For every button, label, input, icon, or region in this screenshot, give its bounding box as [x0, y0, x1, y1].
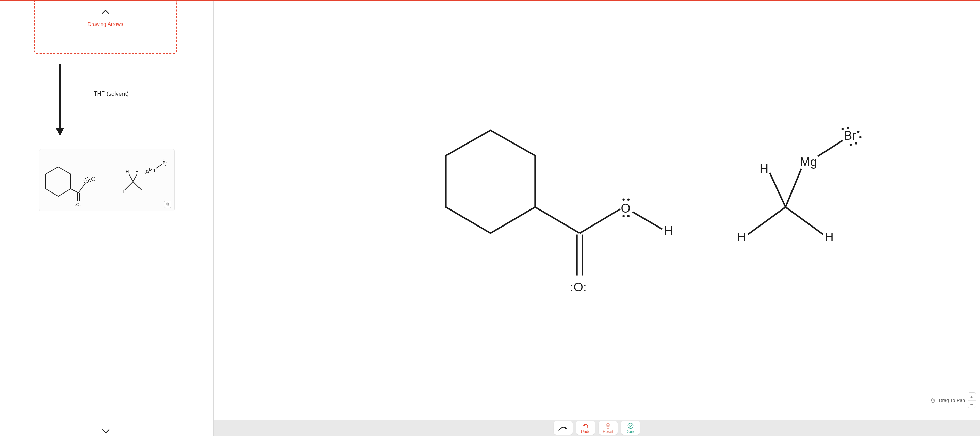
svg-line-47 — [818, 141, 843, 156]
svg-line-16 — [133, 182, 142, 190]
bromine-label: Br — [163, 160, 167, 165]
zoom-structure-button[interactable] — [164, 201, 172, 208]
solvent-label: THF (solvent) — [94, 90, 129, 97]
hydrogen-label: H — [737, 230, 746, 244]
svg-point-26 — [169, 163, 169, 163]
svg-line-44 — [786, 207, 824, 235]
svg-line-34 — [535, 207, 580, 233]
curved-arrow-tool-button[interactable]: + — [554, 421, 573, 434]
canvas-toolbar: + Undo — [214, 420, 980, 436]
svg-line-3 — [71, 189, 78, 193]
hydrogen-label: H — [121, 189, 124, 194]
hydrogen-label: H — [824, 230, 833, 244]
app-container: Drawing Arrows THF (solvent) — [0, 2, 980, 436]
hydrogen-label: H — [126, 169, 129, 174]
canvas-structures: O H :O: H — [214, 2, 980, 420]
svg-line-22 — [156, 164, 162, 168]
svg-point-52 — [855, 142, 857, 144]
undo-label: Undo — [581, 430, 591, 434]
collapse-chevron-up-icon[interactable] — [102, 10, 109, 16]
negative-charge-icon — [92, 177, 95, 181]
svg-point-7 — [85, 178, 86, 179]
reset-button[interactable]: Reset — [598, 421, 617, 434]
carbonyl-oxygen-label: :O: — [75, 202, 81, 207]
svg-text:+: + — [567, 425, 569, 429]
zoom-in-button[interactable]: + — [968, 393, 975, 400]
svg-point-53 — [850, 144, 852, 146]
left-pane: Drawing Arrows THF (solvent) — [0, 2, 214, 436]
bromine-label: Br — [844, 128, 856, 143]
svg-point-25 — [168, 160, 169, 161]
scroll-down-chevron-icon[interactable] — [102, 428, 110, 434]
svg-marker-2 — [46, 167, 71, 196]
svg-point-39 — [622, 199, 624, 201]
pan-zoom-controls: Drag To Pan + − — [930, 392, 976, 408]
svg-line-30 — [169, 205, 169, 206]
svg-point-28 — [165, 165, 166, 166]
curved-arrow-icon: + — [557, 425, 569, 431]
svg-line-6 — [78, 183, 86, 193]
svg-point-40 — [627, 199, 630, 201]
done-button[interactable]: Done — [621, 421, 640, 434]
svg-point-27 — [167, 165, 168, 165]
zoom-controls: + − — [968, 392, 976, 408]
positive-charge-icon — [145, 171, 149, 174]
drawing-arrows-panel: Drawing Arrows — [34, 2, 177, 54]
carbonyl-oxygen-label: :O: — [570, 280, 586, 294]
check-circle-icon — [627, 423, 633, 429]
svg-point-59 — [628, 423, 633, 428]
svg-line-38 — [633, 212, 662, 229]
svg-marker-1 — [56, 128, 64, 136]
product-structure-box[interactable]: O :O: — [39, 149, 175, 211]
zoom-out-button[interactable]: − — [968, 400, 975, 408]
magnesium-label: Mg — [800, 155, 817, 169]
hydrogen-label: H — [135, 169, 138, 174]
svg-line-43 — [748, 207, 786, 235]
svg-line-15 — [124, 182, 133, 190]
grab-hand-icon — [930, 397, 936, 403]
svg-line-45 — [770, 173, 785, 207]
done-label: Done — [626, 430, 636, 434]
svg-point-8 — [87, 177, 88, 178]
product-structure: O :O: — [40, 149, 175, 212]
svg-point-51 — [859, 136, 861, 138]
drawing-canvas[interactable]: O H :O: H — [214, 2, 980, 420]
svg-point-42 — [627, 215, 630, 217]
drawing-arrows-link[interactable]: Drawing Arrows — [88, 21, 123, 27]
trash-icon — [605, 423, 611, 429]
hydrogen-label: H — [142, 189, 145, 194]
undo-icon — [582, 423, 589, 428]
hydroxyl-hydrogen-label: H — [664, 224, 673, 237]
svg-point-23 — [162, 160, 162, 160]
reaction-arrow-icon — [55, 63, 69, 137]
svg-point-24 — [164, 159, 164, 160]
svg-point-48 — [842, 128, 843, 130]
undo-button[interactable]: Undo — [576, 421, 595, 434]
hydrogen-label: H — [759, 162, 768, 176]
svg-point-41 — [622, 215, 624, 217]
svg-line-46 — [786, 169, 801, 207]
svg-line-37 — [580, 209, 620, 233]
svg-point-10 — [90, 181, 91, 182]
oxygen-anion-label: O — [86, 179, 89, 184]
hydroxyl-oxygen-label: O — [621, 201, 630, 215]
magnifier-icon — [166, 202, 170, 206]
svg-marker-33 — [446, 130, 535, 233]
svg-line-17 — [129, 174, 133, 182]
svg-point-50 — [857, 131, 859, 133]
right-pane: O H :O: H — [214, 2, 980, 436]
reset-label: Reset — [603, 430, 613, 434]
svg-line-18 — [133, 174, 137, 182]
svg-point-11 — [84, 182, 85, 182]
svg-point-9 — [89, 179, 90, 179]
svg-point-12 — [84, 180, 84, 181]
pan-label: Drag To Pan — [939, 398, 965, 403]
magnesium-label: Mg — [149, 167, 155, 173]
svg-point-49 — [847, 127, 849, 128]
